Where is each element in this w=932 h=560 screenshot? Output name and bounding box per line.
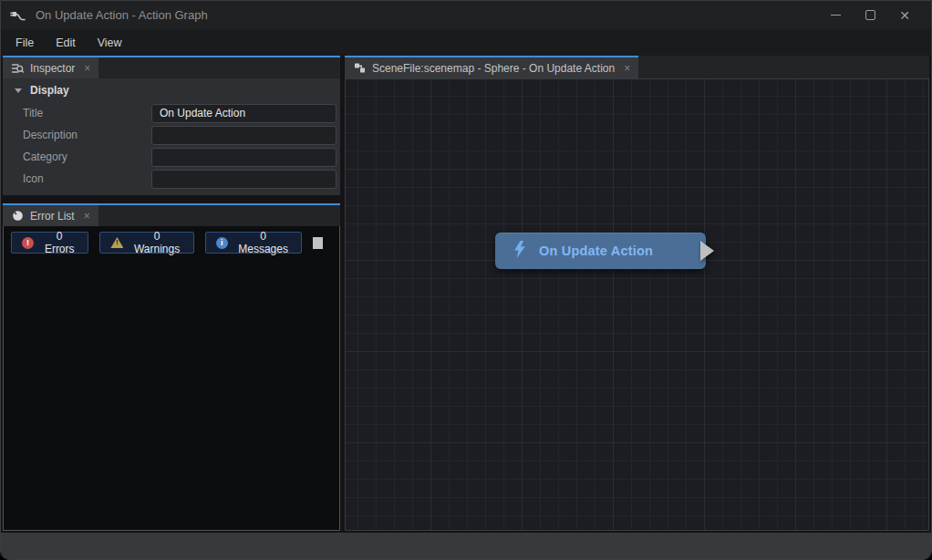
inspector-tabbar: Inspector × <box>3 56 340 78</box>
menu-edit[interactable]: Edit <box>45 33 87 53</box>
category-field-label: Category <box>23 150 151 163</box>
menubar: File Edit View <box>1 29 931 56</box>
graph-tabbar: SceneFile:scenemap - Sphere - On Update … <box>345 56 929 78</box>
display-section-header[interactable]: Display <box>3 78 340 102</box>
tab-graph-close-icon[interactable]: × <box>624 62 630 75</box>
titlebar: On Update Action - Action Graph ✕ <box>1 1 931 29</box>
tab-inspector-close-icon[interactable]: × <box>84 62 90 75</box>
tab-error-list-label: Error List <box>30 210 75 223</box>
error-list-circle-icon <box>11 210 24 223</box>
lightning-bolt-icon <box>514 241 526 262</box>
window-controls: ✕ <box>818 4 922 27</box>
field-row-category: Category <box>3 146 340 168</box>
errors-filter-button[interactable]: ! 0 Errors <box>11 232 88 254</box>
minimize-button[interactable] <box>818 4 853 27</box>
maximize-icon <box>865 10 875 20</box>
maximize-button[interactable] <box>853 4 887 27</box>
messages-filter-label: 0 Messages <box>235 230 292 255</box>
display-section-label: Display <box>30 84 69 97</box>
error-circle-icon: ! <box>22 237 34 249</box>
warnings-filter-label: 0 Warnings <box>130 230 182 255</box>
description-field-label: Description <box>23 129 151 141</box>
error-list-toolbar: ! 0 Errors ! 0 Warnings i 0 Messages <box>4 226 339 259</box>
tab-error-list-close-icon[interactable]: × <box>84 210 90 223</box>
tab-graph-label: SceneFile:scenemap - Sphere - On Update … <box>372 62 615 75</box>
info-circle-icon: i <box>216 237 228 249</box>
warning-triangle-icon: ! <box>110 237 123 248</box>
bottom-statusbar <box>1 533 931 559</box>
clear-list-icon[interactable] <box>313 237 323 249</box>
dock-splitter[interactable] <box>3 195 340 203</box>
field-row-icon: Icon <box>3 168 340 190</box>
icon-field-label: Icon <box>23 172 151 185</box>
app-window: On Update Action - Action Graph ✕ File E… <box>0 0 932 560</box>
minimize-icon <box>831 15 841 16</box>
inspector-panel: Display Title Description Category Icon <box>3 78 340 195</box>
main-area: Inspector × Display Title Description <box>1 56 931 533</box>
left-dock-column: Inspector × Display Title Description <box>3 56 340 531</box>
field-row-description: Description <box>3 124 340 146</box>
graph-dock-column: SceneFile:scenemap - Sphere - On Update … <box>345 56 929 531</box>
error-list-content <box>4 259 339 530</box>
description-input[interactable] <box>151 126 337 145</box>
icon-input[interactable] <box>151 170 337 189</box>
close-button[interactable]: ✕ <box>887 4 922 27</box>
menu-file[interactable]: File <box>5 33 45 53</box>
action-graph-plug-icon <box>10 7 26 24</box>
tab-error-list[interactable]: Error List × <box>3 205 98 226</box>
tab-inspector-label: Inspector <box>30 62 75 75</box>
warnings-filter-button[interactable]: ! 0 Warnings <box>99 232 193 254</box>
tab-graph[interactable]: SceneFile:scenemap - Sphere - On Update … <box>345 56 638 78</box>
menu-view[interactable]: View <box>87 33 133 53</box>
graph-node-icon <box>353 62 366 75</box>
tab-inspector[interactable]: Inspector × <box>3 57 98 78</box>
graph-node-on-update-action[interactable]: On Update Action <box>495 233 706 269</box>
field-row-title: Title <box>3 102 340 124</box>
node-output-pin[interactable] <box>700 241 714 261</box>
title-field-label: Title <box>23 107 151 119</box>
error-list-panel: ! 0 Errors ! 0 Warnings i 0 Messages <box>3 226 340 531</box>
title-input[interactable] <box>151 104 337 123</box>
inspector-search-list-icon <box>11 62 24 75</box>
node-title: On Update Action <box>539 244 653 258</box>
window-title: On Update Action - Action Graph <box>36 8 208 22</box>
errorlist-tabbar: Error List × <box>3 203 340 226</box>
category-input[interactable] <box>151 148 337 167</box>
graph-canvas[interactable]: On Update Action <box>345 78 929 531</box>
messages-filter-button[interactable]: i 0 Messages <box>205 232 303 254</box>
collapse-arrow-icon <box>15 88 22 93</box>
errors-filter-label: 0 Errors <box>41 230 78 255</box>
